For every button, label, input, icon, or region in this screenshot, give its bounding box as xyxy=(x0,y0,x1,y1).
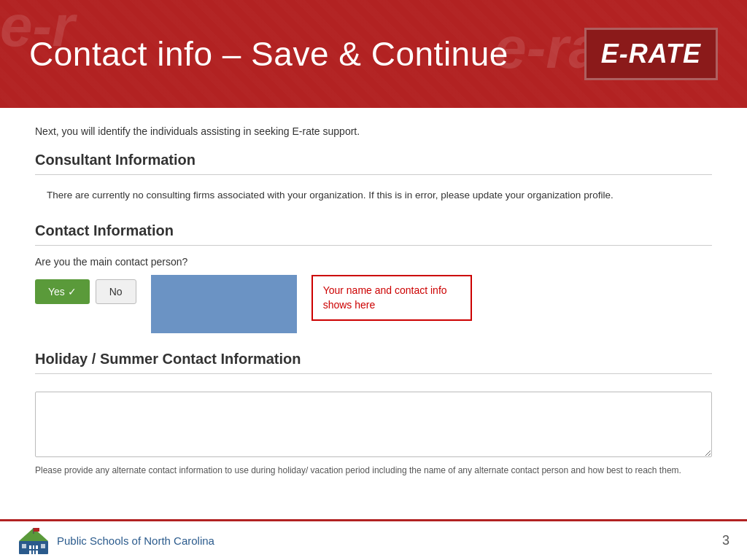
page-footer: Public Schools of North Carolina 3 xyxy=(0,519,747,560)
yes-button[interactable]: Yes ✓ xyxy=(35,279,90,304)
no-button[interactable]: No xyxy=(96,279,136,304)
holiday-section: Holiday / Summer Contact Information Ple… xyxy=(35,351,712,477)
contact-buttons-area: Yes ✓ No xyxy=(35,275,136,304)
consultant-section: Consultant Information There are current… xyxy=(35,152,712,205)
page-title: Contact info – Save & Continue xyxy=(29,34,584,74)
svg-rect-7 xyxy=(41,544,45,548)
annotation-callout: Your name and contact info shows here xyxy=(311,275,472,321)
main-content: Next, you will identify the individuals … xyxy=(0,108,747,506)
consultant-section-title: Consultant Information xyxy=(35,152,712,175)
holiday-note: Please provide any alternate contact inf… xyxy=(35,464,712,477)
yes-no-button-group: Yes ✓ No xyxy=(35,279,136,304)
contact-question: Are you the main contact person? xyxy=(35,256,712,268)
holiday-textarea[interactable] xyxy=(35,392,712,457)
svg-rect-6 xyxy=(22,544,26,548)
footer-page-number: 3 xyxy=(722,533,729,548)
page-header: e-r e-ra Contact info – Save & Continue … xyxy=(0,0,747,108)
intro-text: Next, you will identify the individuals … xyxy=(35,125,712,137)
erate-badge: E-RATE xyxy=(584,28,718,80)
psnc-logo-icon xyxy=(18,526,50,556)
contact-section: Contact Information Are you the main con… xyxy=(35,222,712,333)
contact-section-title: Contact Information xyxy=(35,222,712,246)
contact-row: Yes ✓ No Your name and contact info show… xyxy=(35,275,712,333)
consultant-note: There are currently no consulting firms … xyxy=(35,185,712,205)
holiday-section-title: Holiday / Summer Contact Information xyxy=(35,351,712,374)
footer-org-name: Public Schools of North Carolina xyxy=(57,534,214,547)
svg-rect-5 xyxy=(29,549,38,551)
footer-logo: Public Schools of North Carolina xyxy=(18,526,214,556)
contact-info-placeholder-box xyxy=(151,275,297,333)
svg-rect-9 xyxy=(34,528,39,532)
